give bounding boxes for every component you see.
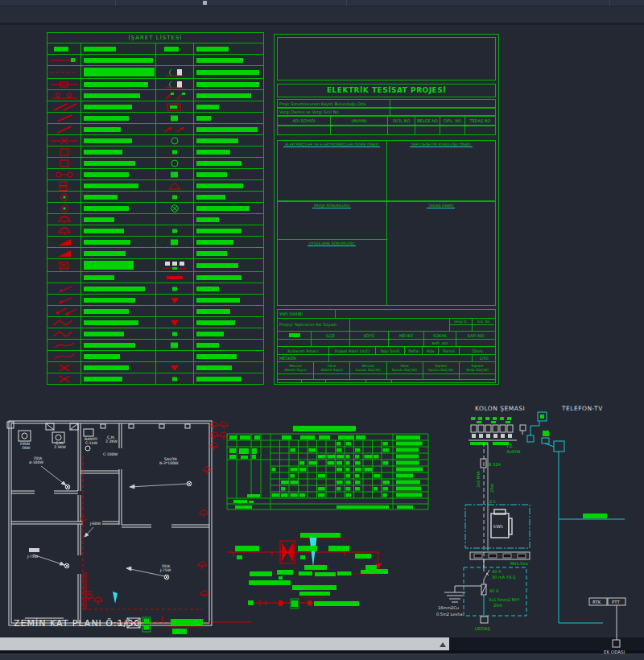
description-cell	[194, 90, 263, 101]
description-cell	[194, 55, 263, 65]
koyu-label: KÖYÜ	[350, 332, 389, 339]
symbol-cell	[156, 317, 194, 328]
legend-symbol-linedot	[49, 56, 80, 65]
col-tedas-no: TEDAŞ NO	[465, 117, 495, 125]
load-table-title-bar	[293, 426, 356, 431]
legend-symbol-scurve	[49, 340, 80, 350]
inspection-approval-label: YAPI DENETİM KURULUŞU ONAYI	[410, 142, 473, 147]
symbol-cell	[156, 373, 194, 384]
legend-symbol-half	[49, 215, 80, 225]
symbol-legend-title: İŞARET LİSTESİ	[47, 33, 263, 43]
legend-symbol-tris	[159, 318, 190, 328]
symbol-cell	[156, 43, 194, 54]
power-col-3: İlave Kurulu Güç(W)	[387, 362, 423, 373]
description-cell	[81, 66, 156, 78]
legend-symbol-sqo	[49, 159, 80, 168]
legend-symbol-tris	[159, 295, 190, 305]
legend-symbol-scurve	[49, 352, 80, 361]
room-label: J-60W	[89, 522, 101, 526]
symbol-cell	[47, 259, 81, 271]
symbol-cell	[47, 214, 81, 225]
symbol-cell	[156, 272, 194, 283]
legend-symbol-circg	[159, 136, 190, 146]
symbol-cell	[47, 351, 81, 361]
description-cell	[81, 225, 156, 236]
symbol-row	[47, 43, 263, 55]
vergi-d-label: Vergi D.	[450, 319, 473, 325]
room-label: J-75W	[27, 555, 39, 559]
description-cell	[194, 237, 263, 247]
scrollbar-arrow-icon[interactable]	[440, 642, 446, 647]
symbol-row	[47, 248, 263, 259]
description-cell	[194, 373, 263, 384]
symbol-cell	[47, 295, 81, 305]
chamber-approval-label: ELEKTRİKÇİLER VE ELEKTRONİKÇİLER ODASI O…	[283, 142, 380, 147]
symbol-cell	[47, 203, 81, 213]
symbol-row	[47, 317, 263, 328]
legend-symbol-dot	[159, 147, 190, 157]
symbol-row	[47, 214, 263, 225]
description-cell	[194, 113, 263, 123]
legend-symbol-x	[49, 374, 80, 384]
symbol-row	[47, 192, 263, 203]
description-cell	[194, 43, 263, 54]
description-cell	[81, 79, 156, 89]
kapi-no-label: KAPI NO	[456, 332, 495, 339]
description-cell	[194, 351, 263, 361]
sokak-label: SOKAK	[424, 332, 456, 339]
legend-symbol-gsq	[159, 340, 190, 350]
symbol-cell	[156, 124, 194, 134]
symbol-cell	[156, 328, 194, 339]
legend-symbol-linex	[49, 136, 80, 146]
titlebar-divider	[115, 0, 116, 6]
description-cell	[194, 146, 263, 157]
circuit-wiring	[79, 456, 203, 609]
commissioner-label: Projeyi Yaptıranın Adı Soyadı	[278, 319, 350, 331]
symbol-cell	[156, 306, 194, 316]
description-cell	[81, 351, 156, 361]
power-col-4: Toplam Kurulu Güç(W)	[423, 362, 460, 373]
use-col-2: Yapı Sınıfı	[376, 347, 405, 354]
symbol-cell	[156, 362, 194, 373]
col-adi-soyadi: ADI SOYADI	[278, 117, 331, 125]
description-cell	[194, 169, 263, 179]
symbol-cell	[47, 362, 81, 373]
load-table	[225, 425, 431, 518]
room-label: C-1kW	[85, 441, 97, 445]
room-label: A-100W	[29, 460, 43, 464]
symbol-cell	[156, 55, 194, 65]
room-label: N-3*100W	[159, 461, 179, 465]
legend-symbol-sqo	[49, 147, 80, 157]
tedas-approval-label: TEDAŞ ONAYI	[427, 204, 455, 208]
ilce-label: İLÇE	[312, 332, 350, 339]
legend-symbol-trio	[159, 181, 190, 191]
symbol-cell	[156, 340, 194, 350]
symbol-row	[47, 169, 263, 180]
draw-date-label: Çizim tarihi	[326, 380, 366, 383]
symbol-cell	[47, 237, 81, 247]
description-cell	[81, 214, 156, 225]
horizontal-scrollbar[interactable]	[0, 637, 449, 650]
toolbar[interactable]	[0, 6, 644, 23]
symbol-row	[47, 283, 263, 295]
symbol-row	[47, 328, 263, 340]
legend-symbol-circpair	[49, 170, 80, 179]
description-cell	[81, 124, 156, 134]
symbol-cell	[47, 55, 81, 65]
titlebar-divider	[346, 0, 347, 6]
symbol-row	[47, 66, 263, 79]
symbol-cell	[47, 272, 81, 283]
symbol-cell	[156, 192, 194, 202]
title-block: ELEKTRİK TESİSAT PROJESİ Proje Sorumlusu…	[274, 34, 499, 385]
use-col-5: Parsel	[439, 347, 460, 354]
symbol-cell	[156, 351, 194, 361]
legend-symbol-none	[159, 56, 190, 65]
symbol-cell	[47, 340, 81, 350]
description-cell	[194, 340, 263, 350]
description-cell	[194, 124, 263, 134]
symbol-row	[47, 237, 263, 248]
symbol-cell	[47, 192, 81, 202]
symbol-cell	[47, 101, 81, 112]
symbol-row	[47, 113, 263, 124]
vd-no-label: V.D. No	[473, 319, 494, 325]
